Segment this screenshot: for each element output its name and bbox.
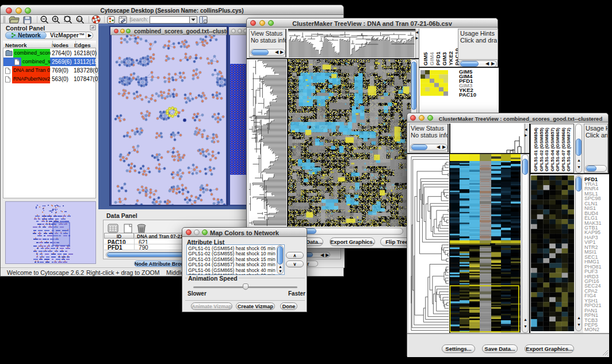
- svg-text:1:1: 1:1: [78, 18, 82, 21]
- svg-text:Search:: Search:: [129, 16, 148, 22]
